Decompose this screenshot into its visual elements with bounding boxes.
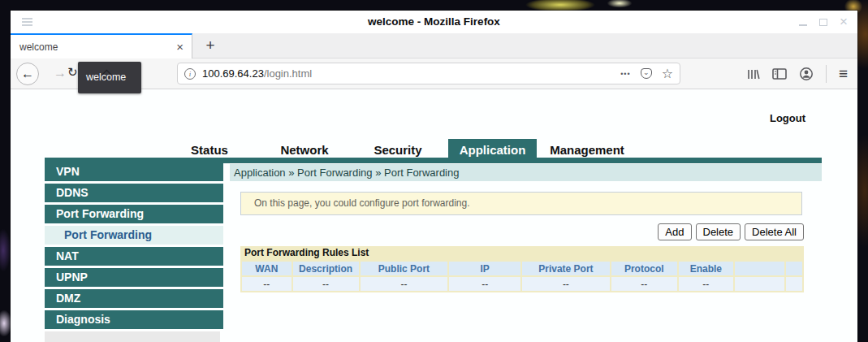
breadcrumb: Application » Port Forwarding » Port For…	[230, 164, 822, 181]
site-info-icon[interactable]: i	[184, 68, 196, 80]
rules-list-title: Port Forwarding Rules List	[240, 246, 804, 260]
firefox-window: welcome - Mozilla Firefox × welcome × + …	[11, 11, 857, 342]
new-tab-button[interactable]: +	[199, 33, 222, 58]
sidebar-item-ddns[interactable]: DDNS	[45, 184, 223, 202]
sidebar-item-upnp[interactable]: UPNP	[45, 268, 223, 287]
cell-empty-1	[735, 277, 784, 291]
toolbar-divider	[826, 65, 827, 83]
tab-label: welcome	[11, 41, 168, 53]
sidebar-item-diagnosis[interactable]: Diagnosis	[45, 310, 223, 329]
logout-link[interactable]: Logout	[770, 112, 805, 124]
sidebar-item-nat[interactable]: NAT	[45, 247, 223, 266]
table-row: -- -- -- -- -- -- --	[242, 277, 802, 291]
add-button[interactable]: Add	[658, 223, 691, 240]
rules-table: WAN Description Public Port IP Private P…	[240, 260, 804, 292]
col-description: Description	[293, 262, 359, 275]
maximize-icon[interactable]	[819, 19, 827, 26]
library-icon[interactable]	[746, 67, 760, 81]
reload-icon[interactable]: ↻	[67, 65, 78, 80]
router-page: Logout Status Network Security Applicati…	[11, 89, 857, 342]
sidebar-subitem-port-forwarding[interactable]: Port Forwarding	[45, 226, 223, 245]
cell-empty-2	[786, 277, 802, 291]
pocket-icon[interactable]: ⌄	[641, 68, 652, 79]
action-buttons: Add Delete Delete All	[658, 223, 804, 240]
url-host: 100.69.64.23	[202, 67, 264, 80]
desktop-wallpaper: welcome - Mozilla Firefox × welcome × + …	[0, 0, 868, 342]
tooltip: ⌂ welcome	[78, 62, 141, 93]
forward-icon[interactable]: →	[54, 66, 67, 80]
page-actions-icon[interactable]: •••	[620, 70, 630, 78]
cell-public-port: --	[361, 277, 448, 291]
delete-button[interactable]: Delete	[696, 223, 741, 240]
account-icon[interactable]	[799, 67, 814, 81]
col-ip: IP	[449, 262, 520, 275]
port-forwarding-rules: Port Forwarding Rules List WAN Descripti…	[240, 246, 804, 292]
cell-private-port: --	[522, 277, 610, 291]
tab-close-icon[interactable]: ×	[168, 40, 192, 54]
cell-description: --	[293, 277, 359, 291]
back-icon[interactable]: ←	[16, 63, 39, 85]
col-enable: Enable	[679, 262, 733, 275]
col-empty-2	[786, 262, 802, 275]
col-public-port: Public Port	[361, 262, 448, 275]
col-private-port: Private Port	[522, 262, 610, 275]
sidebar-item-vpn[interactable]: VPN	[45, 162, 223, 181]
tab-welcome[interactable]: welcome ×	[11, 33, 192, 58]
delete-all-button[interactable]: Delete All	[745, 223, 804, 240]
cell-protocol: --	[611, 277, 677, 291]
title-bar: welcome - Mozilla Firefox ×	[11, 11, 857, 33]
sidebar-footer	[45, 331, 220, 342]
sidebar: VPN DDNS Port Forwarding Port Forwarding…	[45, 162, 223, 331]
url-bar[interactable]: i 100.69.64.23 /login.html ••• ⌄ ☆	[177, 63, 680, 84]
col-empty-1	[735, 262, 784, 275]
col-protocol: Protocol	[611, 262, 677, 275]
cell-enable: --	[679, 277, 733, 291]
sidebars-icon[interactable]	[772, 67, 787, 80]
page-hint: On this page, you could configure port f…	[240, 192, 802, 215]
close-window-icon[interactable]: ×	[840, 18, 848, 26]
app-menu-icon[interactable]: ≡	[839, 67, 848, 81]
col-wan: WAN	[242, 262, 291, 275]
tab-strip: welcome × +	[11, 33, 857, 58]
window-title: welcome - Mozilla Firefox	[11, 11, 857, 33]
sidebar-item-port-forwarding[interactable]: Port Forwarding	[45, 205, 223, 223]
rules-header-row: WAN Description Public Port IP Private P…	[242, 262, 802, 275]
cell-ip: --	[449, 277, 520, 291]
tooltip-text: welcome	[86, 62, 126, 93]
cell-wan: --	[242, 277, 291, 291]
sidebar-item-dmz[interactable]: DMZ	[45, 289, 223, 308]
minimize-icon[interactable]	[799, 18, 807, 26]
url-path: /login.html	[264, 67, 312, 80]
bookmark-star-icon[interactable]: ☆	[662, 68, 673, 80]
